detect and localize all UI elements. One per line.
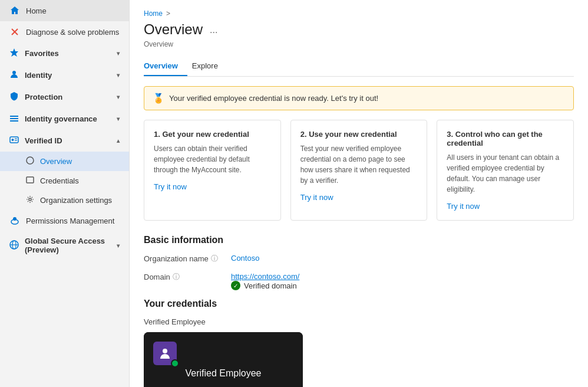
svg-rect-5 [10,118,18,119]
sidebar-item-identity-governance[interactable]: Identity governance ▾ [0,108,129,130]
verified-domain-text: Verified domain [244,281,297,290]
credentials-subtitle: Verified Employee [144,317,574,326]
home-icon [9,5,20,16]
card-1: 1. Get your new credential Users can obt… [144,120,281,221]
svg-marker-2 [10,48,18,57]
page-title: Overview [144,21,203,38]
breadcrumb-home[interactable]: Home [144,9,163,18]
card-1-title: 1. Get your new credential [154,130,271,139]
card-3-title: 3. Control who can get the credential [447,130,564,147]
sidebar-item-verified-id[interactable]: Verified ID ▴ [0,130,129,152]
protection-icon [9,91,19,103]
domain-row: Domain ⓘ https://contoso.com/ ✓ Verified… [144,272,574,290]
tab-overview[interactable]: Overview [144,57,187,76]
sidebar-protection-label: Protection [25,93,62,101]
tab-bar: Overview Explore [144,57,574,77]
org-name-help-icon[interactable]: ⓘ [211,254,218,264]
page-subtitle: Overview [144,40,574,48]
org-name-value: Contoso [231,254,259,263]
card-2: 2. Use your new credential Test your new… [290,120,428,221]
banner-text: Your verified employee credential is now… [169,94,378,103]
sidebar-permissions-label: Permissions Management [26,217,114,225]
breadcrumb-separator: > [166,9,170,18]
svg-point-8 [12,139,14,141]
card-3: 3. Control who can get the credential Al… [437,120,574,221]
svg-point-3 [12,71,16,74]
svg-rect-12 [27,177,34,183]
banner: 🏅 Your verified employee credential is n… [144,86,574,110]
credential-card-inner: Verified Employee [144,332,303,387]
overview-icon [26,156,34,166]
credential-name-overlay: Verified Employee [186,368,262,379]
sidebar-item-permissions[interactable]: Permissions Management [0,210,129,231]
basic-info-title: Basic information [144,235,574,245]
credential-card: Verified Employee Contoso [144,332,303,387]
sidebar-subitem-overview-label: Overview [40,157,72,166]
breadcrumb: Home > [144,9,574,18]
chevron-down-icon: ▾ [117,242,120,249]
svg-point-19 [163,349,167,353]
sidebar-item-home[interactable]: Home [0,0,129,21]
credentials-icon [26,176,34,186]
sidebar-subitem-org-settings-label: Organization settings [40,196,112,205]
more-options-button[interactable]: ... [207,25,220,35]
chevron-down-icon: ▾ [117,94,120,100]
cards-row: 1. Get your new credential Users can obt… [144,120,574,221]
sidebar-verified-id-label: Verified ID [25,136,62,145]
sidebar-item-diagnose[interactable]: Diagnose & solve problems [0,21,129,42]
main-content: Home > Overview ... Overview Overview Ex… [130,0,588,387]
verified-domain-row: ✓ Verified domain [231,281,299,290]
sidebar: Home Diagnose & solve problems Favorites… [0,0,130,387]
card-2-link[interactable]: Try it now [300,193,333,202]
banner-icon: 🏅 [153,93,164,104]
credentials-section: Your credentials Verified Employee Verif… [144,299,574,387]
chevron-down-icon: ▾ [117,116,120,122]
verified-check-icon: ✓ [231,281,240,290]
sidebar-favorites-label: Favorites [25,49,59,58]
favorites-icon [9,48,19,59]
org-name-label: Organization name ⓘ [144,254,226,264]
card-3-body: All users in your tenant can obtain a ve… [447,152,564,195]
sidebar-item-protection[interactable]: Protection ▾ [0,86,129,108]
card-1-body: Users can obtain their verified employee… [154,143,271,175]
sidebar-item-favorites[interactable]: Favorites ▾ [0,42,129,64]
svg-point-11 [27,157,34,164]
domain-url[interactable]: https://contoso.com/ [231,272,299,281]
credential-badge [171,359,179,368]
chevron-down-icon: ▾ [117,72,120,78]
sidebar-global-secure-label: Global Secure Access (Preview) [25,237,111,254]
domain-value: https://contoso.com/ ✓ Verified domain [231,272,299,290]
diagnose-icon [9,27,20,37]
chevron-up-icon: ▴ [117,137,120,144]
svg-rect-6 [10,120,18,122]
svg-rect-4 [10,116,18,117]
global-secure-icon [9,240,19,251]
governance-icon [9,113,19,124]
sidebar-subitem-overview[interactable]: Overview [0,152,129,171]
sidebar-diagnose-label: Diagnose & solve problems [26,28,119,37]
svg-point-13 [29,198,31,201]
sidebar-subitem-credentials[interactable]: Credentials [0,171,129,191]
card-2-body: Test your new verified employee credenti… [300,143,418,186]
credentials-section-title: Your credentials [144,299,574,309]
sidebar-subitem-credentials-label: Credentials [40,176,79,185]
domain-label: Domain ⓘ [144,272,226,282]
svg-point-15 [13,217,16,221]
permissions-icon [9,215,20,226]
verified-id-icon [9,135,19,146]
identity-icon [9,70,19,81]
card-2-title: 2. Use your new credential [300,130,418,139]
sidebar-item-identity[interactable]: Identity ▾ [0,64,129,86]
card-3-link[interactable]: Try it now [447,202,480,211]
card-1-link[interactable]: Try it now [154,182,187,191]
chevron-down-icon: ▾ [117,50,120,57]
svg-rect-7 [10,137,18,143]
sidebar-item-global-secure[interactable]: Global Secure Access (Preview) ▾ [0,231,129,260]
credential-logo [153,342,177,365]
sidebar-subitem-org-settings[interactable]: Organization settings [0,191,129,210]
tab-explore[interactable]: Explore [192,57,227,76]
org-name-row: Organization name ⓘ Contoso [144,254,574,264]
domain-help-icon[interactable]: ⓘ [173,272,180,282]
sidebar-identity-label: Identity [25,71,52,80]
sidebar-home-label: Home [26,6,47,15]
